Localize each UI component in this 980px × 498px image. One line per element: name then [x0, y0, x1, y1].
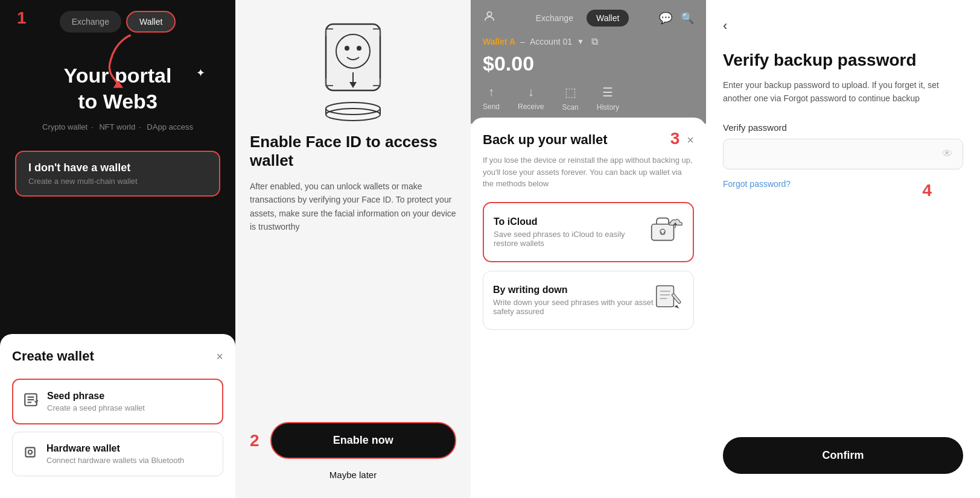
wallet-header: Exchange Wallet 💬 🔍 Wallet A – Account 0… [471, 0, 706, 124]
icloud-option-subtitle: Save seed phrases to iCloud to easily re… [494, 230, 648, 248]
svg-point-6 [28, 450, 33, 455]
verify-input-wrap: 👁 [723, 139, 963, 169]
arrow-overlay [97, 30, 145, 93]
hardware-wallet-icon [22, 444, 38, 464]
panel-face-id: Enable Face ID to access wallet After en… [235, 0, 471, 498]
backup-header-text: Back up your wallet [483, 132, 608, 148]
send-label: Send [483, 102, 500, 111]
subtitle-crypto: Crypto wallet [42, 122, 88, 131]
icloud-backup-option[interactable]: To iCloud Save seed phrases to iCloud to… [483, 202, 694, 262]
history-label: History [597, 103, 619, 112]
svg-point-10 [357, 46, 361, 51]
writing-option-subtitle: Write down your seed phrases with your a… [493, 298, 654, 316]
backup-description: If you lose the device or reinstall the … [483, 154, 694, 190]
icloud-option-title: To iCloud [494, 216, 648, 227]
panel3-right-icons: 💬 🔍 [659, 11, 694, 25]
panel3-top-nav: Exchange Wallet 💬 🔍 [483, 10, 694, 27]
subtitle-dapp: DApp access [147, 122, 193, 131]
writing-icon [654, 282, 684, 318]
face-id-illustration [293, 18, 413, 133]
exchange-tab[interactable]: Exchange [60, 11, 121, 33]
panel3-nav-tabs: Exchange Wallet [526, 10, 629, 27]
seed-phrase-option[interactable]: Seed phrase Create a seed phrase wallet [12, 379, 223, 424]
seed-phrase-option-text: Seed phrase Create a seed phrase wallet [47, 391, 145, 412]
copy-icon: ⧉ [591, 36, 598, 47]
face-id-title: Enable Face ID to access wallet [250, 133, 456, 170]
close-backup-button[interactable]: × [687, 133, 694, 147]
account-separator: – [520, 37, 525, 46]
history-action[interactable]: ☰ History [597, 85, 619, 112]
writing-option-text: By writing down Write down your seed phr… [493, 285, 654, 316]
wallet-name: Wallet A [483, 37, 515, 46]
seed-phrase-icon [23, 392, 39, 411]
hardware-wallet-option[interactable]: Hardware wallet Connect hardware wallets… [12, 432, 223, 476]
chat-icon: 💬 [659, 11, 672, 25]
hero-subtitle: Crypto wallet· NFT world· DApp access [39, 122, 197, 131]
no-wallet-button-subtitle: Create a new multi-chain wallet [28, 177, 207, 186]
dropdown-icon: ▼ [577, 37, 584, 46]
receive-icon: ↓ [528, 85, 534, 99]
backup-sheet: Back up your wallet 3 × If you lose the … [471, 118, 706, 498]
wallet-balance: $0.00 [483, 52, 694, 75]
panel-backup-wallet: Exchange Wallet 💬 🔍 Wallet A – Account 0… [471, 0, 706, 498]
seed-phrase-option-subtitle: Create a seed phrase wallet [47, 403, 145, 412]
maybe-later-button[interactable]: Maybe later [329, 470, 377, 480]
hardware-wallet-option-text: Hardware wallet Connect hardware wallets… [46, 443, 184, 465]
step2-label: 2 [250, 431, 259, 450]
step1-label: 1 [17, 8, 27, 28]
backup-title: Back up your wallet [483, 132, 608, 148]
wallet-tab[interactable]: Wallet [126, 11, 176, 33]
panel-wallet-home: Exchange Wallet 1 ✦ Your portalto Web3 C… [0, 0, 235, 498]
subtitle-nft: NFT world [99, 122, 135, 131]
create-wallet-sheet: Create wallet × Seed phrase Create a see… [0, 334, 235, 498]
scan-label: Scan [562, 103, 578, 112]
hardware-wallet-option-subtitle: Connect hardware wallets via Bluetooth [46, 456, 184, 465]
verify-title: Verify backup password [723, 51, 963, 70]
svg-rect-5 [25, 447, 34, 456]
create-wallet-title: Create wallet [12, 348, 94, 364]
icloud-option-text: To iCloud Save seed phrases to iCloud to… [494, 216, 648, 248]
svg-marker-0 [113, 80, 124, 88]
scan-action[interactable]: ⬚ Scan [562, 85, 578, 112]
enable-now-button[interactable]: Enable now [270, 422, 456, 459]
close-sheet-button[interactable]: × [216, 350, 223, 364]
search-icon: 🔍 [681, 11, 694, 25]
panel3-exchange-tab[interactable]: Exchange [526, 10, 583, 27]
panel1-top-nav: Exchange Wallet [60, 11, 176, 33]
back-button[interactable]: ‹ [723, 18, 727, 34]
panel2-actions: 2 Enable now Maybe later [250, 422, 456, 480]
verify-label: Verify password [723, 122, 963, 133]
hardware-wallet-option-title: Hardware wallet [46, 443, 184, 454]
svg-point-16 [487, 12, 491, 16]
verify-password-input[interactable] [733, 148, 942, 159]
receive-label: Receive [518, 102, 544, 111]
wallet-actions: ↑ Send ↓ Receive ⬚ Scan ☰ History [483, 85, 694, 112]
svg-point-9 [345, 46, 349, 51]
step3-label: 3 [670, 129, 680, 148]
sheet-header: Create wallet × [12, 348, 223, 364]
eye-icon[interactable]: 👁 [942, 148, 953, 160]
sparkle-icon: ✦ [196, 66, 205, 80]
backup-header-right: 3 × [670, 132, 694, 148]
face-id-description: After enabled, you can unlock wallets or… [250, 180, 456, 234]
svg-rect-17 [652, 224, 674, 240]
svg-marker-26 [674, 304, 679, 308]
panel3-wallet-tab[interactable]: Wallet [587, 10, 629, 27]
enable-now-row: 2 Enable now [250, 422, 456, 459]
writing-backup-option[interactable]: By writing down Write down your seed phr… [483, 271, 694, 330]
wallet-name-row: Wallet A – Account 01 ▼ ⧉ [483, 36, 694, 47]
no-wallet-button[interactable]: I don't have a wallet Create a new multi… [15, 151, 220, 197]
no-wallet-button-title: I don't have a wallet [28, 162, 207, 174]
backup-header: Back up your wallet 3 × [483, 132, 694, 148]
writing-option-title: By writing down [493, 285, 654, 295]
svg-rect-21 [657, 286, 674, 307]
step4-label: 4 [922, 181, 932, 200]
verify-description: Enter your backup password to upload. If… [723, 78, 963, 106]
icloud-icon [648, 214, 683, 250]
confirm-button[interactable]: Confirm [723, 437, 963, 474]
history-icon: ☰ [602, 85, 613, 99]
send-action[interactable]: ↑ Send [483, 85, 500, 112]
send-icon: ↑ [488, 85, 494, 99]
receive-action[interactable]: ↓ Receive [518, 85, 544, 112]
scan-icon: ⬚ [565, 85, 576, 99]
